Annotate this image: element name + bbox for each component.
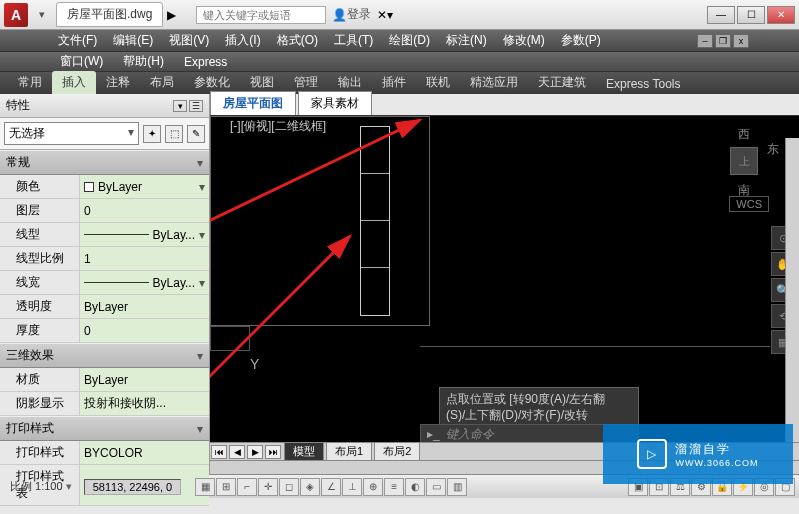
selection-dropdown[interactable]: 无选择 [4,122,139,145]
coordinates-display[interactable]: 58113, 22496, 0 [84,479,182,495]
menu-help[interactable]: 帮助(H) [113,53,174,70]
help-dropdown-icon[interactable]: ▾ [387,8,393,22]
sc-icon[interactable]: ▥ [447,478,467,496]
property-value[interactable]: ByLayer [80,295,209,318]
property-row: 线宽ByLay... [0,271,209,295]
line-sample [84,282,149,283]
menu-insert[interactable]: 插入(I) [217,32,268,49]
search-icon[interactable]: ▶ [167,8,176,22]
ribbon-tab-tangent[interactable]: 天正建筑 [528,71,596,94]
ribbon-tab-online[interactable]: 联机 [416,71,460,94]
menu-express[interactable]: Express [174,55,237,69]
menu-edit[interactable]: 编辑(E) [105,32,161,49]
property-value[interactable]: ByLay... [80,223,209,246]
property-value-text: ByLayer [84,300,128,314]
doc-close-button[interactable]: x [733,34,749,48]
property-group-header[interactable]: 常规 [0,150,209,175]
filename-tab[interactable]: 房屋平面图.dwg [56,2,163,27]
exchange-icon[interactable]: ✕ [377,8,387,22]
ucs-y-axis-label: Y [250,356,259,372]
layout-nav-next[interactable]: ▶ [247,445,263,459]
menu-modify[interactable]: 修改(M) [495,32,553,49]
vertical-scrollbar[interactable] [785,138,799,442]
command-icon: ▸_ [427,427,440,441]
ribbon-tab-insert[interactable]: 插入 [52,71,96,94]
help-search-input[interactable] [196,6,326,24]
title-bar: A ▾ 房屋平面图.dwg ▶ 👤 登录 ✕ ▾ — ☐ ✕ [0,0,799,30]
menu-dimension[interactable]: 标注(N) [438,32,495,49]
property-value-text: 1 [84,252,91,266]
menu-view[interactable]: 视图(V) [161,32,217,49]
layout-nav-prev[interactable]: ◀ [229,445,245,459]
property-group-header[interactable]: 打印样式 [0,416,209,441]
property-value[interactable]: 投射和接收阴... [80,392,209,415]
maximize-button[interactable]: ☐ [737,6,765,24]
panel-options-icon[interactable]: ▾ [173,100,187,112]
scale-display[interactable]: 比例 1:100 [4,479,78,494]
minimize-button[interactable]: — [707,6,735,24]
lwt-icon[interactable]: ≡ [384,478,404,496]
quick-access-toolbar: ▾ [32,5,52,25]
dyn-icon[interactable]: ⊕ [363,478,383,496]
menu-file[interactable]: 文件(F) [50,32,105,49]
file-tab-furniture[interactable]: 家具素材 [298,91,372,115]
property-value-text: BYCOLOR [84,446,143,460]
viewport[interactable]: [-][俯视][二维线框] Y 西 上 东 南 WCS ⊙ ✋ 🔍 ⟲ ▦ [210,116,799,474]
property-key: 线宽 [0,271,80,294]
menu-bar-2: 窗口(W) 帮助(H) Express [0,52,799,72]
ortho-icon[interactable]: ⌐ [237,478,257,496]
menu-format[interactable]: 格式(O) [269,32,326,49]
file-tab-floorplan[interactable]: 房屋平面图 [210,91,296,115]
watermark-overlay: ▷ 溜溜自学 WWW.3066.COM [603,424,793,484]
doc-restore-button[interactable]: ❐ [715,34,731,48]
select-objects-button[interactable]: ⬚ [165,125,183,143]
qat-icon[interactable]: ▾ [32,5,52,25]
quick-select-button[interactable]: ✦ [143,125,161,143]
property-value[interactable]: ByLayer [80,368,209,391]
ribbon-tab-layout[interactable]: 布局 [140,71,184,94]
menu-draw[interactable]: 绘图(D) [381,32,438,49]
layout-tab-model[interactable]: 模型 [284,442,324,461]
ribbon-tab-plugins[interactable]: 插件 [372,71,416,94]
signin-icon[interactable]: 👤 [332,8,347,22]
menu-window[interactable]: 窗口(W) [50,53,113,70]
property-value[interactable]: ByLayer [80,175,209,198]
ribbon-tab-express-tools[interactable]: Express Tools [596,74,690,94]
property-value[interactable]: BYCOLOR [80,441,209,464]
layout-tab-layout2[interactable]: 布局2 [374,442,420,461]
property-key: 材质 [0,368,80,391]
snap-mode-icon[interactable]: ▦ [195,478,215,496]
properties-title-label: 特性 [6,97,30,114]
view-cube[interactable]: 西 上 东 南 [719,126,769,186]
3dosnap-icon[interactable]: ◈ [300,478,320,496]
otrack-icon[interactable]: ∠ [321,478,341,496]
tpy-icon[interactable]: ◐ [405,478,425,496]
ribbon-tab-featured[interactable]: 精选应用 [460,71,528,94]
qp-icon[interactable]: ▭ [426,478,446,496]
layout-tab-layout1[interactable]: 布局1 [326,442,372,461]
signin-label[interactable]: 登录 [347,6,371,23]
menu-tools[interactable]: 工具(T) [326,32,381,49]
layout-nav-first[interactable]: ⏮ [211,445,227,459]
property-value[interactable]: 0 [80,319,209,342]
property-value[interactable]: ByLay... [80,271,209,294]
property-group-header[interactable]: 三维效果 [0,343,209,368]
grid-icon[interactable]: ⊞ [216,478,236,496]
ducs-icon[interactable]: ⊥ [342,478,362,496]
ribbon-tab-home[interactable]: 常用 [8,71,52,94]
close-button[interactable]: ✕ [767,6,795,24]
pickadd-button[interactable]: ✎ [187,125,205,143]
property-row: 材质ByLayer [0,368,209,392]
panel-close-icon[interactable]: ☰ [189,100,203,112]
property-value[interactable]: 1 [80,247,209,270]
wcs-label[interactable]: WCS [729,196,769,212]
menu-parametric[interactable]: 参数(P) [553,32,609,49]
property-value[interactable]: 0 [80,199,209,222]
property-row: 图层0 [0,199,209,223]
layout-nav-last[interactable]: ⏭ [265,445,281,459]
ribbon-tab-annotate[interactable]: 注释 [96,71,140,94]
polar-icon[interactable]: ✛ [258,478,278,496]
doc-minimize-button[interactable]: – [697,34,713,48]
osnap-icon[interactable]: ◻ [279,478,299,496]
properties-panel: 特性 ▾ ☰ 无选择 ✦ ⬚ ✎ 常规颜色ByLayer图层0线型ByLay..… [0,94,210,474]
